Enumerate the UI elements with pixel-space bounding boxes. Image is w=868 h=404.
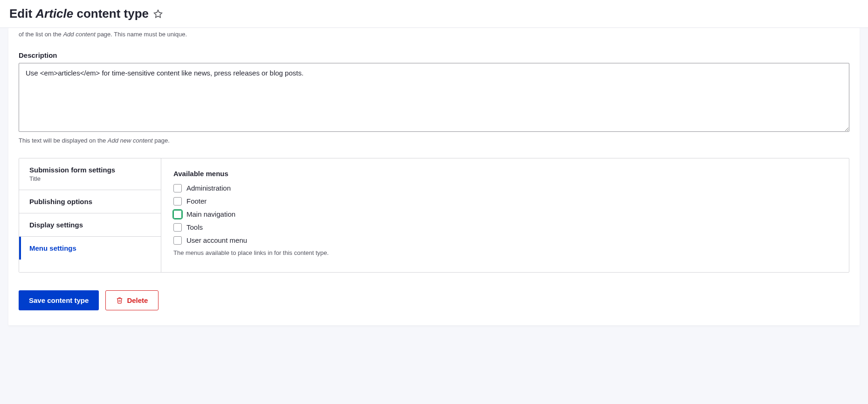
star-icon[interactable] xyxy=(153,9,163,19)
tab-publishing-options[interactable]: Publishing options xyxy=(19,190,161,213)
available-menus-legend: Available menus xyxy=(173,170,837,178)
vertical-tabs-content: Available menus Administration Footer Ma… xyxy=(161,158,849,272)
checkbox-label: User account menu xyxy=(186,236,247,244)
checkbox-row-administration: Administration xyxy=(173,184,837,192)
checkbox-row-tools: Tools xyxy=(173,223,837,232)
trash-icon xyxy=(116,297,123,304)
vertical-tabs: Submission form settings Title Publishin… xyxy=(19,158,849,273)
checkbox-label: Administration xyxy=(186,184,231,192)
checkbox-footer[interactable] xyxy=(173,197,182,205)
name-help-text: of the list on the Add content page. Thi… xyxy=(19,28,849,39)
checkbox-main-navigation[interactable] xyxy=(173,210,182,219)
page-title-prefix: Edit xyxy=(9,7,35,21)
available-menus-help: The menus available to place links in fo… xyxy=(173,249,837,256)
tab-submission-form-settings[interactable]: Submission form settings Title xyxy=(19,158,161,190)
tab-display-settings[interactable]: Display settings xyxy=(19,213,161,237)
main-panel: of the list on the Add content page. Thi… xyxy=(8,28,860,325)
checkbox-user-account-menu[interactable] xyxy=(173,236,182,245)
save-button[interactable]: Save content type xyxy=(19,290,99,310)
description-textarea[interactable] xyxy=(19,63,849,132)
page-title-suffix: content type xyxy=(73,7,149,21)
delete-button[interactable]: Delete xyxy=(105,290,158,310)
save-button-label: Save content type xyxy=(29,296,89,304)
delete-button-label: Delete xyxy=(127,296,148,304)
page-body: of the list on the Add content page. Thi… xyxy=(0,28,868,339)
tab-label: Menu settings xyxy=(29,244,151,252)
page-header: Edit Article content type xyxy=(0,0,868,28)
tab-label: Publishing options xyxy=(29,198,151,205)
checkbox-label: Tools xyxy=(186,223,203,231)
checkbox-row-footer: Footer xyxy=(173,197,837,205)
description-label: Description xyxy=(19,51,849,59)
tab-label: Display settings xyxy=(29,221,151,229)
description-block: Description This text will be displayed … xyxy=(19,51,849,144)
checkbox-tools[interactable] xyxy=(173,223,182,232)
tab-summary: Title xyxy=(29,175,151,182)
checkbox-administration[interactable] xyxy=(173,184,182,192)
description-help: This text will be displayed on the Add n… xyxy=(19,137,849,144)
tab-label: Submission form settings xyxy=(29,166,151,174)
form-actions: Save content type Delete xyxy=(19,290,849,310)
checkbox-label: Footer xyxy=(186,197,207,205)
checkbox-row-user-account-menu: User account menu xyxy=(173,236,837,245)
checkbox-row-main-navigation: Main navigation xyxy=(173,210,837,219)
vertical-tabs-nav: Submission form settings Title Publishin… xyxy=(19,158,161,272)
tab-menu-settings[interactable]: Menu settings xyxy=(19,237,161,260)
page-title: Edit Article content type xyxy=(9,7,859,21)
svg-marker-0 xyxy=(154,10,162,17)
checkbox-label: Main navigation xyxy=(186,210,235,218)
page-title-emph: Article xyxy=(35,7,73,21)
